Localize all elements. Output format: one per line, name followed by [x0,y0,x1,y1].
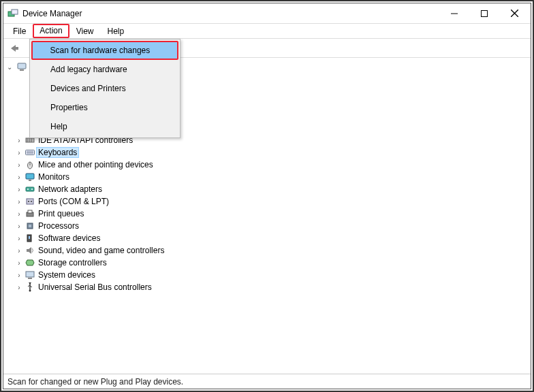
expand-icon[interactable]: › [14,247,24,255]
window-controls [439,4,529,23]
tree-item-label: Network adapters [36,184,104,195]
printer-icon [24,209,36,218]
expand-icon[interactable]: › [14,137,24,144]
network-icon [24,184,36,194]
tree-item[interactable]: ›Network adapters [14,183,529,195]
sound-icon [24,246,36,255]
usb-icon [24,282,36,292]
expand-icon[interactable]: › [14,272,24,279]
svg-rect-6 [15,47,18,50]
software-icon [24,233,36,243]
svg-rect-37 [29,236,30,239]
svg-rect-24 [26,174,34,179]
tree-item-label: Mice and other pointing devices [36,159,155,170]
tree-item-label: Monitors [36,172,72,182]
svg-point-31 [31,201,32,202]
expand-icon[interactable]: › [14,259,24,267]
action-menu-dropdown: Scan for hardware changes Add legacy har… [29,39,180,138]
menu-properties[interactable]: Properties [31,98,178,117]
expand-icon[interactable]: › [14,198,24,206]
tree-item-label: Processors [36,220,81,231]
svg-point-27 [27,189,29,190]
tree-item[interactable]: ›Monitors [14,171,529,183]
tree-item[interactable]: ›Keyboards [14,146,529,159]
tree-item-label: Universal Serial Bus controllers [36,282,154,293]
collapse-icon[interactable]: ⌄ [5,63,14,71]
close-button[interactable] [499,4,529,23]
tree-item-label: Sound, video and game controllers [36,245,166,256]
tree-item-label: Software devices [36,233,102,244]
tree-item[interactable]: ›Software devices [14,232,529,244]
svg-rect-1 [12,10,18,14]
tree-item[interactable]: ›Universal Serial Bus controllers [14,281,529,293]
tree-item-label: Keyboards [36,147,79,158]
mouse-icon [24,160,36,169]
tree-item[interactable]: ›Storage controllers [14,257,529,269]
ports-icon [24,197,36,206]
expand-icon[interactable]: › [14,210,24,218]
maximize-button[interactable] [469,4,499,23]
back-button[interactable] [6,41,22,56]
monitor-icon [24,172,36,182]
expand-icon[interactable]: › [14,186,24,193]
svg-rect-33 [28,210,32,213]
expand-icon[interactable]: › [14,223,24,230]
menubar: File Action View Help Scan for hardware … [3,24,531,39]
tree-item-label: Print queues [36,208,86,219]
tree-item-label: System devices [36,270,97,280]
svg-point-30 [28,201,29,202]
svg-rect-35 [29,225,31,227]
expand-icon[interactable]: › [14,235,24,242]
keyboard-icon [24,148,36,157]
tree-item[interactable]: ›Mice and other pointing devices [14,159,529,171]
svg-rect-8 [18,63,26,69]
tree-item[interactable]: ›Print queues [14,208,529,220]
tree-item[interactable]: ›Ports (COM & LPT) [14,195,529,208]
app-icon [7,8,18,19]
menu-view[interactable]: View [69,24,101,38]
menu-help[interactable]: Help [101,24,131,38]
tree-item-label: Storage controllers [36,257,109,268]
svg-rect-3 [482,10,488,16]
tree-item[interactable]: ›Sound, video and game controllers [14,244,529,257]
device-manager-window: Device Manager File Action View Help Sca… [3,3,531,389]
menu-add-legacy[interactable]: Add legacy hardware [31,60,178,79]
svg-rect-9 [20,69,24,71]
system-icon [24,270,36,280]
expand-icon[interactable]: › [14,161,24,169]
expand-icon[interactable]: › [14,174,24,181]
svg-rect-26 [26,187,34,191]
menu-scan-hardware[interactable]: Scan for hardware changes [31,41,178,60]
cpu-icon [24,221,36,231]
expand-icon[interactable]: › [14,284,24,291]
tree-item-label: Ports (COM & LPT) [36,196,111,207]
menu-help-item[interactable]: Help [31,117,178,136]
menu-action[interactable]: Action [33,24,69,38]
svg-rect-38 [26,272,34,277]
tree-item[interactable]: ›System devices [14,269,529,281]
menu-devices-printers[interactable]: Devices and Printers [31,79,178,98]
titlebar: Device Manager [3,3,531,24]
svg-point-40 [29,290,31,292]
svg-rect-29 [27,199,33,204]
svg-point-28 [31,189,33,190]
svg-rect-25 [29,180,31,181]
menu-file[interactable]: File [6,24,33,38]
statusbar: Scan for changed or new Plug and Play de… [3,374,531,389]
expand-icon[interactable]: › [14,149,24,157]
svg-rect-19 [26,150,35,155]
statusbar-text: Scan for changed or new Plug and Play de… [7,377,183,387]
tree-item[interactable]: ›Processors [14,220,529,232]
window-title: Device Manager [22,9,439,18]
computer-icon [16,62,27,71]
svg-rect-39 [28,278,32,279]
storage-icon [24,258,36,267]
minimize-button[interactable] [439,4,469,23]
